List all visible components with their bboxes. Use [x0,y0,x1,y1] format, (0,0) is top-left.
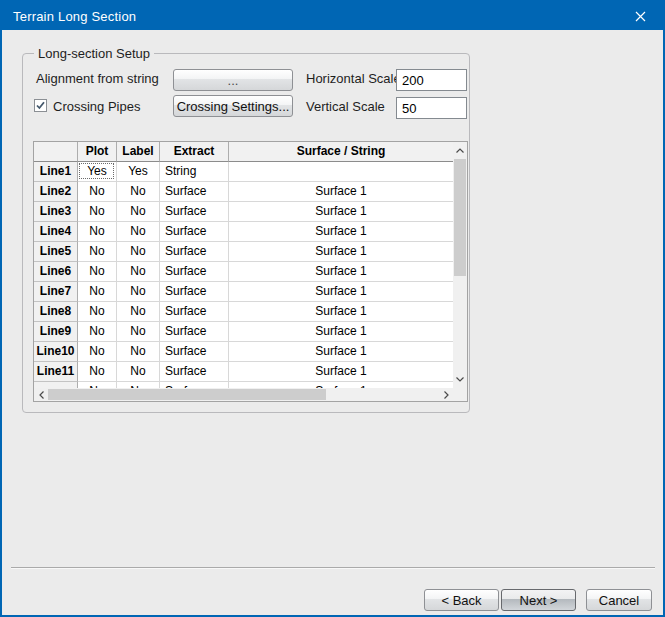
label-cell[interactable]: No [117,322,160,342]
chevron-right-icon [444,391,449,399]
label-cell[interactable]: No [117,182,160,202]
back-button[interactable]: < Back [424,589,499,611]
row-header-cell[interactable]: Line2 [34,182,78,202]
label-cell[interactable]: No [117,262,160,282]
alignment-browse-button[interactable]: ... [173,69,293,91]
extract-cell[interactable]: Surface [160,202,229,222]
extract-cell[interactable]: Surface [160,182,229,202]
row-header-cell[interactable]: Line3 [34,202,78,222]
row-header-cell[interactable]: Line1 [34,162,78,182]
cancel-button[interactable]: Cancel [586,589,652,611]
row-header-cell[interactable]: Line7 [34,282,78,302]
header-cell-label[interactable]: Label [117,142,160,162]
table-row: Line1 Yes Yes String [34,162,453,182]
surface-cell[interactable]: Surface 1 [229,182,453,202]
chevron-down-icon [456,377,464,382]
group-label: Long-section Setup [34,46,154,61]
label-cell[interactable]: No [117,202,160,222]
crossing-pipes-label[interactable]: Crossing Pipes [53,99,140,114]
plot-cell[interactable]: No [78,282,117,302]
surface-cell[interactable] [229,162,453,182]
plot-cell[interactable]: No [78,322,117,342]
plot-cell[interactable]: No [78,262,117,282]
table-row: Line8 No No Surface Surface 1 [34,302,453,322]
chevron-up-icon [456,148,464,153]
vertical-scrollbar-thumb[interactable] [454,159,466,276]
plot-cell[interactable]: No [78,202,117,222]
crossing-pipes-checkbox[interactable] [34,99,47,112]
checkmark-icon [36,101,45,110]
plot-cell[interactable]: Yes [78,162,117,182]
extract-cell[interactable]: Surface [160,222,229,242]
label-cell[interactable]: Yes [117,162,160,182]
row-header-cell[interactable]: Line6 [34,262,78,282]
long-section-setup-group: Long-section Setup Alignment from string… [22,53,470,413]
surface-cell[interactable]: Surface 1 [229,262,453,282]
extract-cell[interactable]: Surface [160,322,229,342]
close-icon [635,11,646,22]
header-cell-plot[interactable]: Plot [78,142,117,162]
crossing-settings-button[interactable]: Crossing Settings... [173,95,293,117]
table-row: Line4 No No Surface Surface 1 [34,222,453,242]
row-header-cell[interactable]: Line8 [34,302,78,322]
label-cell[interactable]: No [117,242,160,262]
header-cell-extract[interactable]: Extract [160,142,229,162]
extract-cell[interactable]: Surface [160,262,229,282]
scroll-left-button[interactable] [34,388,48,401]
extract-cell[interactable]: Surface [160,362,229,382]
vertical-scrollbar[interactable] [453,142,467,388]
vertical-scale-input[interactable] [396,97,467,119]
label-cell[interactable]: No [117,362,160,382]
horizontal-scrollbar[interactable] [34,388,453,401]
row-header-cell[interactable]: Line11 [34,362,78,382]
label-cell[interactable]: No [117,222,160,242]
row-header-cell[interactable]: Line5 [34,242,78,262]
table-body: Line1 Yes Yes String Line2 No No Surface… [34,162,453,388]
plot-cell[interactable]: No [78,182,117,202]
plot-cell[interactable]: No [78,242,117,262]
row-header-cell[interactable]: Line10 [34,342,78,362]
plot-cell[interactable]: No [78,302,117,322]
terrain-long-section-dialog: Terrain Long Section Long-section Setup … [0,0,665,617]
vertical-scale-label: Vertical Scale [306,99,385,114]
extract-cell[interactable]: Surface [160,302,229,322]
extract-cell[interactable]: Surface [160,342,229,362]
extract-cell[interactable]: String [160,162,229,182]
scrollbar-corner [453,388,467,401]
plot-cell[interactable]: No [78,362,117,382]
surface-cell[interactable]: Surface 1 [229,282,453,302]
plot-cell[interactable]: No [78,222,117,242]
header-cell-surface[interactable]: Surface / String [229,142,453,162]
chevron-left-icon [39,391,44,399]
row-header-cell[interactable]: Line9 [34,322,78,342]
label-cell[interactable]: No [117,342,160,362]
table-row: Line9 No No Surface Surface 1 [34,322,453,342]
next-button[interactable]: Next > [501,589,576,611]
close-button[interactable] [618,2,663,30]
horizontal-scrollbar-thumb[interactable] [48,389,326,400]
surface-cell[interactable]: Surface 1 [229,242,453,262]
extract-cell[interactable]: Surface [160,242,229,262]
alignment-from-string-label: Alignment from string [36,71,159,86]
surface-cell[interactable]: Surface 1 [229,362,453,382]
scroll-down-button[interactable] [453,371,467,388]
surface-cell[interactable]: Surface 1 [229,302,453,322]
surface-cell[interactable]: Surface 1 [229,222,453,242]
table-row: Line10 No No Surface Surface 1 [34,342,453,362]
surface-cell[interactable]: Surface 1 [229,322,453,342]
label-cell[interactable]: No [117,302,160,322]
row-header-cell[interactable]: Line4 [34,222,78,242]
scroll-right-button[interactable] [439,388,453,401]
plot-cell[interactable]: No [78,342,117,362]
extract-cell[interactable]: Surface [160,282,229,302]
surface-cell[interactable]: Surface 1 [229,202,453,222]
table-row: Line2 No No Surface Surface 1 [34,182,453,202]
horizontal-scale-input[interactable] [396,69,467,91]
table-rows-area: Plot Label Extract Surface / String Line… [34,142,453,388]
label-cell[interactable]: No [117,282,160,302]
surface-cell[interactable]: Surface 1 [229,342,453,362]
scroll-up-button[interactable] [453,142,467,159]
table-row: Line5 No No Surface Surface 1 [34,242,453,262]
footer-separator [11,567,655,568]
horizontal-scale-label: Horizontal Scale [306,71,401,86]
